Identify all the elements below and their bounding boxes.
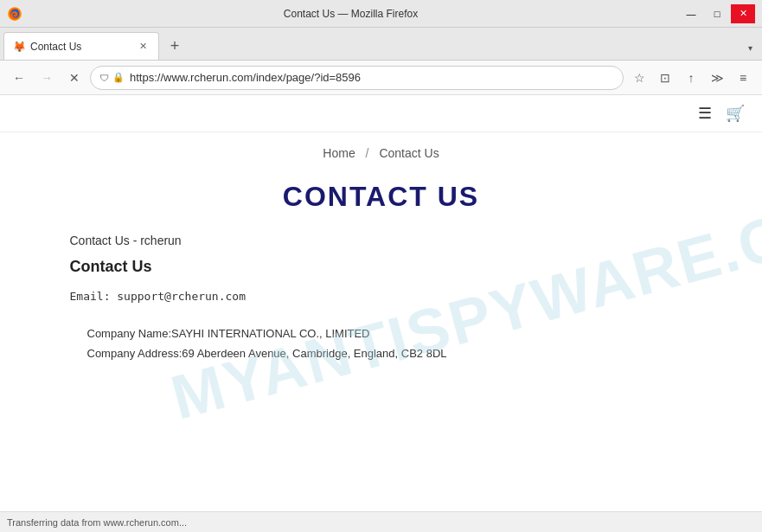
status-text: Transferring data from www.rcherun.com..…	[7, 517, 187, 528]
active-tab[interactable]: 🦊 Contact Us ✕	[3, 32, 159, 60]
tab-favicon-icon: 🦊	[13, 41, 25, 53]
lock-icon: 🔒	[112, 72, 125, 83]
menu-button[interactable]: ≡	[731, 66, 755, 90]
tab-close-button[interactable]: ✕	[136, 40, 150, 54]
breadcrumb-current: Contact Us	[379, 146, 439, 160]
company-name-line: Company Name:SAYHI INTERNATIONAL CO., LI…	[87, 324, 693, 343]
address-security-icons: 🛡 🔒	[99, 72, 125, 83]
address-bar[interactable]: 🛡 🔒 https://www.rcherun.com/index/page/?…	[90, 66, 624, 90]
breadcrumb: Home / Contact Us	[0, 132, 762, 167]
site-header: ☰ 🛒	[0, 95, 762, 132]
email-label: Email:	[70, 290, 118, 303]
forward-button[interactable]: →	[35, 66, 59, 90]
email-address: support@rcherun.com	[117, 290, 246, 303]
reload-button[interactable]: ✕	[62, 66, 86, 90]
content-section: Contact Us - rcherun Contact Us Email: s…	[35, 234, 727, 399]
hamburger-menu-icon[interactable]: ☰	[698, 104, 712, 123]
section-subtitle: Contact Us - rcherun	[70, 234, 693, 247]
company-info: Company Name:SAYHI INTERNATIONAL CO., LI…	[70, 324, 693, 364]
status-bar: Transferring data from www.rcherun.com..…	[0, 511, 762, 532]
maximize-button[interactable]: □	[705, 4, 729, 23]
shield-icon: 🛡	[99, 73, 109, 83]
share-button[interactable]: ↑	[679, 66, 703, 90]
cart-icon[interactable]: 🛒	[726, 104, 745, 123]
bookmark-button[interactable]: ☆	[627, 66, 651, 90]
firefox-logo-icon	[7, 6, 22, 22]
new-tab-button[interactable]: +	[163, 34, 187, 58]
window-titlebar: Contact Us — Mozilla Firefox — □ ✕	[0, 0, 762, 28]
nav-right-buttons: ☆ ⊡ ↑ ≫ ≡	[627, 66, 755, 90]
close-button[interactable]: ✕	[731, 4, 755, 23]
breadcrumb-home-link[interactable]: Home	[323, 146, 355, 160]
section-heading: Contact Us	[70, 258, 693, 276]
window-title: Contact Us — Mozilla Firefox	[22, 8, 679, 20]
tab-dropdown-button[interactable]: ▾	[741, 39, 759, 56]
page-title: CONTACT US	[0, 167, 762, 234]
minimize-button[interactable]: —	[679, 4, 703, 23]
nav-bar: ← → ✕ 🛡 🔒 https://www.rcherun.com/index/…	[0, 61, 762, 95]
email-line: Email: support@rcherun.com	[70, 290, 693, 303]
tab-bar: 🦊 Contact Us ✕ + ▾	[0, 28, 762, 61]
pocket-button[interactable]: ⊡	[653, 66, 677, 90]
titlebar-left	[7, 6, 22, 22]
extensions-button[interactable]: ≫	[705, 66, 729, 90]
url-text: https://www.rcherun.com/index/page/?id=8…	[130, 71, 614, 84]
breadcrumb-separator: /	[366, 146, 369, 160]
tab-bar-right: ▾	[741, 39, 759, 60]
window-controls: — □ ✕	[679, 4, 755, 23]
tab-title: Contact Us	[30, 41, 131, 53]
back-button[interactable]: ←	[7, 66, 31, 90]
page-content: MYANTISPYWARE.COM ☰ 🛒 Home / Contact Us …	[0, 95, 762, 511]
company-address-line: Company Address:69 Aberdeen Avenue, Camb…	[87, 343, 693, 363]
site-header-icons: ☰ 🛒	[698, 104, 745, 123]
